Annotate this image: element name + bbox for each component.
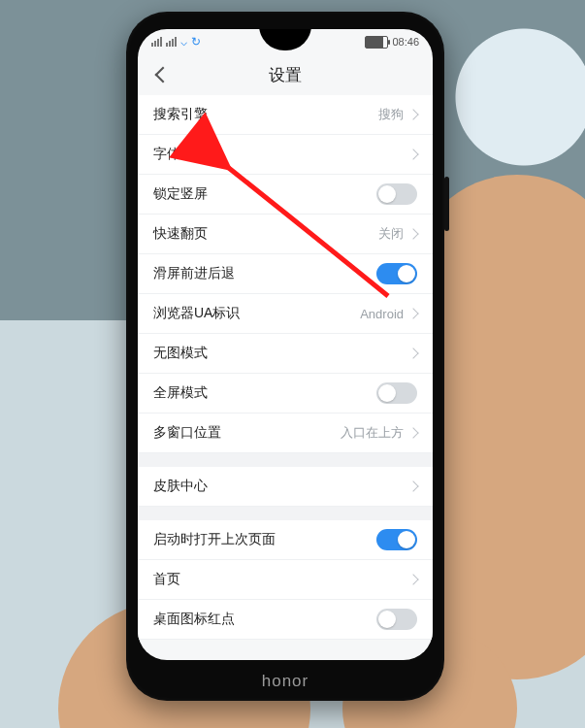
row-label: 皮肤中心: [153, 478, 208, 495]
row-multiwindow[interactable]: 多窗口位置 入口在上方: [138, 414, 433, 453]
clock: 08:46: [392, 36, 419, 48]
chevron-right-icon: [407, 480, 418, 491]
row-value: 关闭: [378, 225, 404, 243]
row-font-settings[interactable]: 字体设置: [138, 135, 433, 175]
row-ua[interactable]: 浏览器UA标识 Android: [138, 294, 433, 334]
chevron-right-icon: [407, 109, 418, 119]
brand-logo: honor: [126, 672, 444, 691]
row-label: 全屏模式: [153, 384, 208, 402]
row-value: 入口在上方: [341, 424, 404, 442]
row-lock-portrait: 锁定竖屏: [138, 175, 433, 215]
screen: ⌵ ↻ 08:46 设置 搜索引擎 搜狗: [138, 29, 433, 660]
row-label: 浏览器UA标识: [153, 305, 240, 322]
signal-icon: [151, 37, 162, 47]
row-homepage[interactable]: 首页: [138, 560, 433, 600]
navbar: 设置: [138, 54, 433, 95]
switch-badge-dot[interactable]: [376, 609, 417, 630]
row-label: 快速翻页: [153, 225, 208, 243]
back-button[interactable]: [146, 54, 180, 95]
row-badge-dot: 桌面图标红点: [138, 600, 433, 640]
row-value: 搜狗: [378, 106, 404, 123]
row-label: 启动时打开上次页面: [153, 531, 276, 548]
chevron-right-icon: [407, 228, 418, 239]
row-label: 桌面图标红点: [153, 611, 235, 628]
row-restore-last: 启动时打开上次页面: [138, 520, 433, 560]
row-fast-flip[interactable]: 快速翻页 关闭: [138, 215, 433, 254]
chevron-right-icon: [407, 149, 418, 159]
page-title: 设置: [269, 64, 302, 86]
sync-icon: ↻: [191, 35, 201, 49]
chevron-right-icon: [407, 574, 418, 584]
switch-lock-portrait[interactable]: [376, 183, 417, 205]
battery-icon: [365, 36, 388, 49]
switch-swipe-nav[interactable]: [376, 263, 417, 284]
row-search-engine[interactable]: 搜索引擎 搜狗: [138, 95, 433, 135]
side-button: [444, 177, 449, 231]
section-gap: [138, 453, 433, 467]
row-label: 多窗口位置: [153, 424, 221, 442]
row-label: 锁定竖屏: [153, 185, 208, 203]
row-label: 首页: [153, 571, 180, 588]
section-gap: [138, 507, 433, 520]
chevron-left-icon: [155, 67, 172, 83]
phone-frame: ⌵ ↻ 08:46 设置 搜索引擎 搜狗: [126, 12, 444, 701]
row-value: Android: [360, 307, 404, 321]
row-label: 无图模式: [153, 345, 208, 362]
chevron-right-icon: [407, 308, 418, 318]
row-no-image[interactable]: 无图模式: [138, 334, 433, 374]
switch-restore-last[interactable]: [376, 529, 417, 550]
row-label: 搜索引擎: [153, 106, 208, 123]
switch-fullscreen[interactable]: [376, 382, 417, 404]
chevron-right-icon: [407, 347, 418, 358]
bluetooth-icon: ⌵: [180, 35, 187, 49]
row-label: 滑屏前进后退: [153, 265, 235, 282]
row-swipe-nav: 滑屏前进后退: [138, 254, 433, 294]
row-fullscreen: 全屏模式: [138, 374, 433, 414]
signal-icon: [166, 37, 177, 47]
row-skin-center[interactable]: 皮肤中心: [138, 467, 433, 507]
row-label: 字体设置: [153, 146, 208, 163]
chevron-right-icon: [407, 427, 418, 438]
